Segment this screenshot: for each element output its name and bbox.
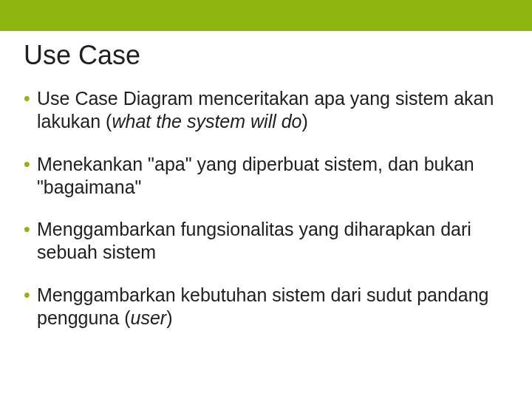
list-item: Use Case Diagram menceritakan apa yang s… (24, 87, 508, 134)
slide-title: Use Case (24, 40, 508, 71)
bullet-italic: user (131, 307, 167, 328)
bullet-text: Menekankan "apa" yang diperbuat sistem, … (37, 154, 474, 197)
list-item: Menggambarkan fungsionalitas yang dihara… (24, 218, 508, 265)
bullet-text-post: ) (166, 307, 172, 328)
accent-bar (0, 0, 532, 31)
bullet-text: Menggambarkan fungsionalitas yang dihara… (37, 219, 471, 262)
bullet-italic: what the system will do (112, 111, 301, 132)
bullet-text-post: ) (302, 111, 308, 132)
bullet-list: Use Case Diagram menceritakan apa yang s… (24, 87, 508, 330)
slide-content: Use Case Use Case Diagram menceritakan a… (0, 31, 532, 330)
list-item: Menggambarkan kebutuhan sistem dari sudu… (24, 284, 508, 330)
bullet-text: Menggambarkan kebutuhan sistem dari sudu… (37, 284, 489, 328)
list-item: Menekankan "apa" yang diperbuat sistem, … (24, 153, 508, 200)
